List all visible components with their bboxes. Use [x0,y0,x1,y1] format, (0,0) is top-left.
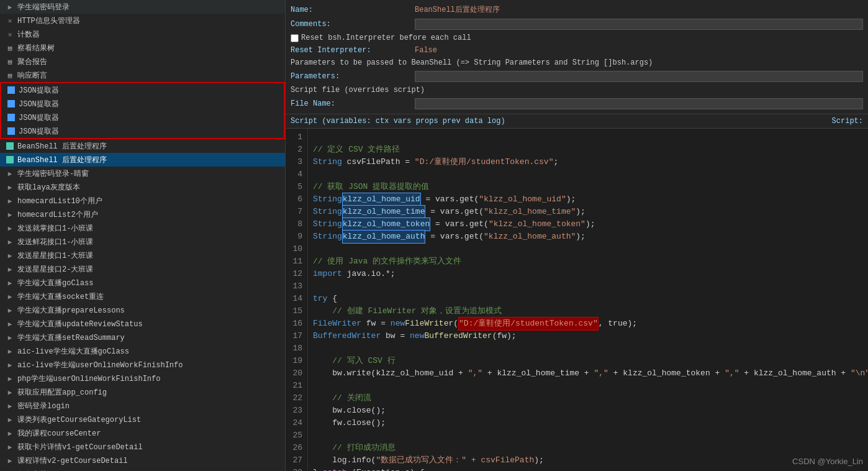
script-header: Script (variables: ctx vars props prev d… [286,114,868,129]
sidebar-item-student-live-socket[interactable]: ▶学生端大直播socket重连 [0,290,285,303]
sidebar-item-beanshell-post1[interactable]: BeanShell 后置处理程序 [0,139,285,153]
arrow-icon: ▶ [5,237,15,247]
code-content[interactable]: // 定义 CSV 文件路径String csvFilePath = "D:/童… [308,129,868,471]
sidebar-item-login-preview[interactable]: ▶学生端密码登录-睛窗 [0,167,285,180]
sidebar-item-json-ext4[interactable]: JSON提取器 [1,124,284,138]
watermark: CSDN @Yorkie_Lin [792,457,863,466]
line-number-2: 2 [288,144,302,156]
arrow-icon: ▶ [5,278,15,288]
green-sq-icon [5,141,15,151]
sidebar-item-label: 学生端大直播updateReviewStatus [17,319,143,329]
sidebar-item-send-grass1[interactable]: ▶发送就掌接口1-小班课 [0,221,285,235]
sidebar-item-json-ext2[interactable]: JSON提取器 [1,97,284,111]
code-line-14: try { [313,293,868,305]
green-sq-icon [5,155,15,165]
sidebar-item-label: 获取卡片详情v1-getCourseDetail [17,442,143,452]
sidebar-item-my-task[interactable]: ▶任务卡片/my/task [0,467,285,471]
sidebar-item-json-ext1[interactable]: JSON提取器 [1,83,284,97]
sidebar-item-label: BeanShell 后置处理程序 [17,141,107,152]
line-numbers: 1234567891011121314151617181920212223242… [286,129,308,471]
line-number-24: 24 [288,417,302,429]
sidebar-item-course-category[interactable]: ▶课类列表getCourseGategoryList [0,413,285,426]
sidebar-item-course-detail2[interactable]: ▶课程详情v2-getCourseDetail [0,454,285,467]
sidebar-item-student-live-prepare[interactable]: ▶学生端大直播prepareLessons [0,303,285,317]
arrow-icon: ▶ [5,305,15,315]
sidebar-item-php-work[interactable]: ▶php学生端userOnlineWorkFinishInfo [0,372,285,385]
sidebar-item-pwd-login[interactable]: ▶密码登录login [0,399,285,413]
name-label: Name: [291,6,415,14]
arrow-icon: ▶ [5,168,15,178]
sidebar-item-label: 发送星星接口1-大班课 [17,250,93,261]
sidebar-item-my-course[interactable]: ▶我的课程courseCenter [0,426,285,440]
sidebar-item-student-live-summary[interactable]: ▶学生端大直播setReadSummary [0,331,285,344]
sidebar-item-app-config[interactable]: ▶获取应用配置app_config [0,385,285,399]
parameters-input[interactable] [415,71,863,82]
sidebar-item-homecard10[interactable]: ▶homecardList10个用户 [0,194,285,208]
line-number-11: 11 [288,255,302,268]
reset-bsh-checkbox[interactable] [291,34,299,42]
sidebar-item-get-detail1[interactable]: ▶获取卡片详情v1-getCourseDetail [0,440,285,454]
script-label: Script (variables: ctx vars props prev d… [291,117,505,126]
code-line-8: String klzz_ol_home_token = vars.get("kl… [313,218,868,231]
sidebar-item-laya-gray[interactable]: ▶获取laya灰度版本 [0,180,285,194]
line-number-26: 26 [288,442,302,454]
arrow-icon: ▶ [5,264,15,274]
comments-input[interactable] [415,19,863,30]
tool-icon: ✕ [5,16,15,25]
arrow-icon: ▶ [5,414,15,424]
tool-icon: ✕ [5,29,15,39]
line-number-18: 18 [288,342,302,355]
line-number-12: 12 [288,268,302,280]
sidebar-item-aic-live-goclass[interactable]: ▶aic-live学生端大直播goClass [0,344,285,358]
script-area[interactable]: 1234567891011121314151617181920212223242… [286,129,868,471]
line-number-5: 5 [288,181,302,193]
arrow-icon: ▶ [5,401,15,411]
sidebar-item-beanshell-post2[interactable]: BeanShell 后置处理程序 [0,153,285,167]
sidebar-item-label: aic-live学生端userOnlineWorkFinishInfo [17,360,183,370]
chart-icon: ▤ [5,70,15,80]
sidebar-item-agg-report[interactable]: ▤聚合报告 [0,55,285,68]
code-line-7: String klzz_ol_home_time = vars.get("klz… [313,206,868,218]
script-right: Script: [832,117,863,126]
sidebar-item-label: homecardList10个用户 [17,196,102,206]
line-number-25: 25 [288,429,302,442]
arrow-icon: ▶ [5,332,15,342]
sidebar-item-view-results[interactable]: ▤察看结果树 [0,41,285,55]
sidebar-item-label: 聚合报告 [17,57,47,67]
arrow-icon: ▶ [5,196,15,206]
code-line-17: BufferedWriter bw = new BufferedWriter(f… [313,330,868,342]
sidebar-item-label: homecardList2个用户 [17,209,98,220]
code-line-25 [313,429,868,442]
sidebar-item-aic-live-work[interactable]: ▶aic-live学生端userOnlineWorkFinishInfo [0,358,285,372]
line-number-21: 21 [288,380,302,392]
line-number-10: 10 [288,243,302,255]
code-line-22: // 关闭流 [313,392,868,405]
script-file-row: Script file (overrides script) [291,84,863,96]
code-line-19: // 写入 CSV 行 [313,355,868,367]
sidebar-item-label: JSON提取器 [19,112,59,123]
line-number-13: 13 [288,280,302,293]
code-line-4 [313,168,868,181]
sidebar-item-homecard2[interactable]: ▶homecardList2个用户 [0,208,285,221]
sidebar-item-send-star1[interactable]: ▶发送星星接口1-大班课 [0,249,285,262]
parameters-row: Parameters: [291,69,863,84]
sidebar-item-http-manager[interactable]: ✕HTTP信息头管理器 [0,14,285,27]
sidebar-item-label: 发送就掌接口1-小班课 [17,223,93,234]
sidebar-item-response-assert[interactable]: ▤响应断言 [0,68,285,82]
sidebar-item-student-login[interactable]: ▶学生端密码登录 [0,0,285,14]
line-number-9: 9 [288,231,302,243]
sidebar-item-label: php学生端userOnlineWorkFinishInfo [17,373,160,384]
sidebar-item-counter[interactable]: ✕计数器 [0,27,285,41]
code-line-26: // 打印成功消息 [313,442,868,454]
line-number-19: 19 [288,355,302,367]
arrow-icon: ▶ [5,182,15,192]
sidebar-item-label: HTTP信息头管理器 [17,16,80,26]
sidebar-item-json-ext3[interactable]: JSON提取器 [1,111,284,124]
sidebar-item-student-live-review[interactable]: ▶学生端大直播updateReviewStatus [0,317,285,331]
sidebar-item-student-live-goclass[interactable]: ▶学生端大直播goClass [0,276,285,290]
filename-input[interactable] [415,98,863,109]
sidebar-item-send-fresh1[interactable]: ▶发送鲜花接口1-小班课 [0,235,285,249]
arrow-icon: ▶ [5,209,15,219]
arrow-icon: ▶ [5,455,15,465]
sidebar-item-send-star2[interactable]: ▶发送星星接口2-大班课 [0,262,285,276]
